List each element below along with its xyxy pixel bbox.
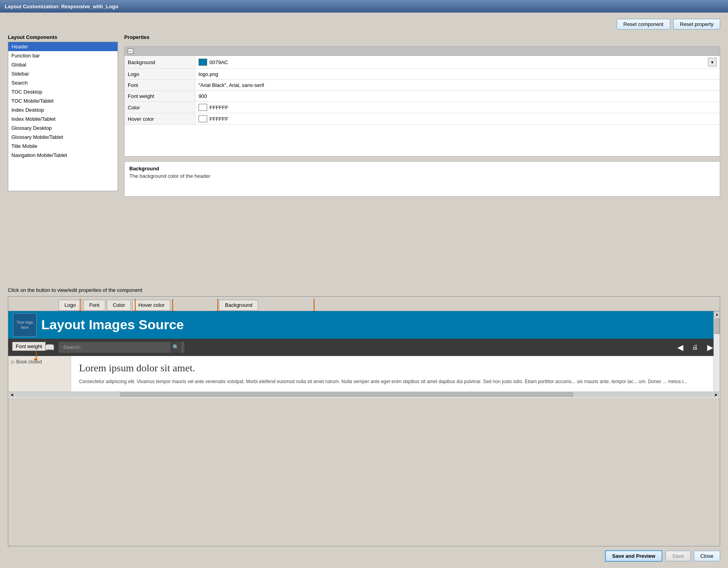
scroll-left-arrow[interactable]: ◀	[9, 392, 15, 397]
preview-content-area: Your logo here Layout Images Source Font…	[8, 311, 720, 391]
preview-header-title: Layout Images Source	[41, 317, 715, 332]
nav-print-icon[interactable]: 🖨	[688, 341, 702, 354]
color-swatch[interactable]	[199, 104, 207, 111]
prop-label-fontweight: Font weight	[125, 91, 195, 101]
h-scroll-track	[15, 392, 713, 397]
save-button[interactable]: Save	[665, 551, 691, 561]
prop-row-font: Font "Arial Black", Arial, sans-serif	[125, 80, 720, 91]
list-item-sidebar[interactable]: Sidebar	[8, 69, 118, 78]
collapse-button[interactable]: −	[128, 48, 133, 54]
nav-back-icon[interactable]: ◀	[673, 341, 687, 354]
prop-row-fontweight: Font weight 900	[125, 91, 720, 102]
prop-value-color[interactable]: FFFFFF	[195, 102, 720, 113]
prop-label-color: Color	[125, 102, 195, 113]
list-item-toc-mobile[interactable]: TOC Mobile/Tablet	[8, 96, 118, 105]
list-item-functionbar[interactable]: Function bar	[8, 51, 118, 60]
list-item-index-mobile[interactable]: Index Mobile/Tablet	[8, 114, 118, 124]
properties-title: Properties	[124, 34, 149, 40]
prop-row-background: Background 0079AC ▼	[125, 56, 720, 69]
vertical-scrollbar[interactable]: ▲	[713, 311, 720, 391]
search-icon[interactable]: 🔍	[170, 342, 181, 353]
title-bar-text: Layout Customization: Responsive_with_Lo…	[5, 4, 118, 9]
fontweight-tab-label: Font weight	[16, 343, 42, 349]
list-item-nav-mobile[interactable]: Navigation Mobile/Tablet	[8, 151, 118, 160]
logo-value: logo.png	[199, 71, 218, 77]
list-item-global[interactable]: Global	[8, 60, 118, 69]
font-value: "Arial Black", Arial, sans-serif	[199, 82, 264, 88]
preview-logo: Your logo here	[13, 313, 37, 337]
background-arrow-line	[314, 299, 314, 311]
hovercolor-arrow-line	[217, 299, 218, 311]
reset-component-button[interactable]: Reset component	[617, 19, 670, 30]
tab-color[interactable]: Color	[107, 300, 131, 311]
hovercolor-value: FFFFFF	[210, 116, 228, 122]
scroll-right-arrow[interactable]: ▶	[713, 392, 719, 397]
tab-hover-color-label: Hover color	[138, 302, 164, 308]
prop-header-row: −	[125, 47, 720, 56]
tab-font-label: Font	[89, 302, 99, 308]
preview-body: ▷ Book closed Lorem ipsum dolor sit amet…	[8, 356, 720, 391]
bottom-controls: Save and Preview Save Close	[8, 546, 720, 562]
prop-value-background[interactable]: 0079AC ▼	[195, 56, 720, 68]
nav-right-icons: ◀ 🖨 ▶	[673, 341, 717, 354]
tab-background[interactable]: Background	[219, 300, 258, 311]
fontweight-arrow-tip	[34, 359, 38, 361]
preview-main: Lorem ipsum dolor sit amet. Consectetur …	[71, 356, 720, 391]
list-item-glossary-desktop[interactable]: Glossary Desktop	[8, 124, 118, 133]
prop-value-logo[interactable]: logo.png	[195, 69, 720, 79]
preview-nav: ☰ A-Z 📖 -Search- 🔍 ◀ 🖨 ▶	[8, 339, 720, 356]
hovercolor-swatch[interactable]	[199, 115, 207, 122]
tab-hover-color[interactable]: Hover color	[132, 300, 170, 311]
preview-wrapper: Logo Font Color Hover color Background	[8, 296, 720, 547]
prop-label-logo: Logo	[125, 69, 195, 79]
click-hint: Click on the button to view/edit propert…	[8, 287, 720, 293]
scroll-up-arrow[interactable]: ▲	[714, 311, 720, 317]
color-arrow-line	[172, 299, 173, 311]
fontweight-value: 900	[199, 93, 207, 99]
fontweight-line	[36, 351, 37, 359]
tab-background-label: Background	[225, 302, 252, 308]
search-placeholder-text: -Search-	[62, 344, 168, 350]
prop-empty-space	[125, 125, 720, 156]
list-item-search[interactable]: Search	[8, 78, 118, 87]
h-scroll-thumb[interactable]	[120, 393, 573, 396]
title-bar: Layout Customization: Responsive_with_Lo…	[0, 0, 728, 13]
background-dropdown-arrow[interactable]: ▼	[708, 58, 717, 66]
close-button[interactable]: Close	[694, 551, 720, 561]
background-color-swatch[interactable]	[199, 59, 207, 66]
logo-arrow-line	[80, 299, 81, 311]
layout-components-list: Header Function bar Global Sidebar Searc…	[8, 42, 118, 191]
tab-logo-label: Logo	[64, 302, 76, 308]
fontweight-tab[interactable]: Font weight	[12, 342, 46, 351]
prop-value-fontweight[interactable]: 900	[195, 91, 720, 101]
desc-title: Background	[129, 166, 715, 172]
prop-value-font[interactable]: "Arial Black", Arial, sans-serif	[195, 80, 720, 90]
layout-components-title: Layout Components	[8, 34, 118, 40]
prop-label-font: Font	[125, 80, 195, 90]
list-item-header[interactable]: Header	[8, 42, 118, 51]
fontweight-annotation: Font weight	[12, 342, 46, 361]
preview-nav-area: Font weight ☰ A-Z 📖 -Search- 🔍	[8, 339, 720, 356]
fontweight-arrow	[36, 351, 46, 359]
reset-property-button[interactable]: Reset property	[673, 19, 720, 30]
list-item-index-desktop[interactable]: Index Desktop	[8, 105, 118, 114]
preview-tabs: Logo Font Color Hover color Background	[11, 300, 717, 311]
list-item-title-mobile[interactable]: Title Mobile	[8, 142, 118, 151]
desc-text: The background color of the header	[129, 173, 715, 179]
scroll-thumb[interactable]	[714, 318, 720, 334]
tab-font[interactable]: Font	[83, 300, 105, 311]
font-arrow-line	[135, 299, 136, 311]
prop-value-hovercolor[interactable]: FFFFFF	[195, 113, 720, 124]
list-item-toc-desktop[interactable]: TOC Desktop	[8, 87, 118, 96]
prop-row-color: Color FFFFFF	[125, 102, 720, 113]
save-and-preview-button[interactable]: Save and Preview	[605, 550, 662, 562]
preview-header: Your logo here Layout Images Source	[8, 311, 720, 339]
list-item-glossary-mobile[interactable]: Glossary Mobile/Tablet	[8, 133, 118, 142]
preview-logo-text: Your logo here	[13, 320, 36, 330]
tab-color-label: Color	[113, 302, 125, 308]
horizontal-scrollbar[interactable]: ◀ ▶	[8, 391, 720, 398]
color-value: FFFFFF	[210, 105, 228, 111]
prop-label-background: Background	[125, 56, 195, 68]
preview-body-text: Consectetur adipiscing elit. Vivamus tem…	[79, 378, 712, 385]
preview-tabs-row: Logo Font Color Hover color Background	[8, 297, 720, 311]
